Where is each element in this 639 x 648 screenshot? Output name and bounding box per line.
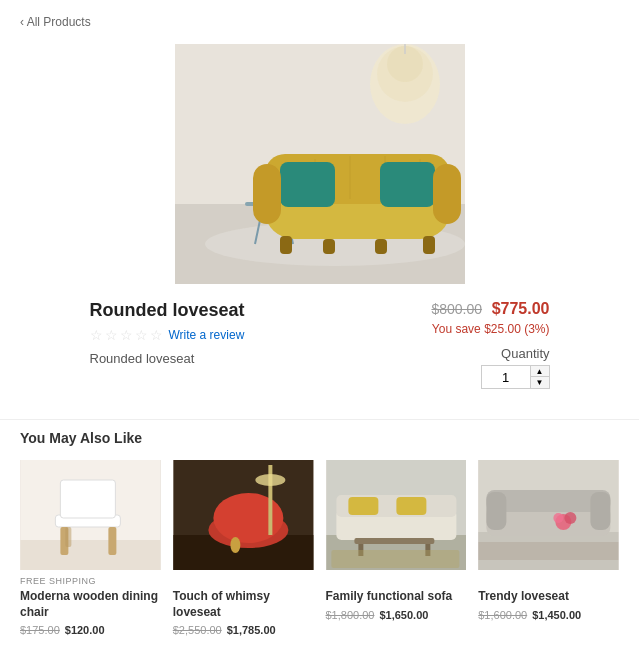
- free-shipping-badge-1: FREE SHIPPING: [20, 576, 161, 586]
- card-image-2: [173, 460, 314, 570]
- card-price-original-1: $175.00: [20, 624, 60, 636]
- card-title-2: Touch of whimsy loveseat: [173, 589, 314, 620]
- svg-rect-20: [380, 162, 435, 207]
- card-price-sale-4: $1,450.00: [532, 609, 581, 621]
- also-like-grid: FREE SHIPPING Moderna wooden dining chai…: [20, 460, 619, 636]
- star-3: ☆: [120, 327, 133, 343]
- quantity-up-button[interactable]: ▲: [531, 366, 549, 377]
- svg-rect-25: [375, 239, 387, 254]
- quantity-input[interactable]: [481, 365, 531, 389]
- star-1: ☆: [90, 327, 103, 343]
- svg-rect-23: [280, 236, 292, 254]
- card-price-row-3: $1,800.00 $1,650.00: [326, 609, 467, 621]
- svg-rect-33: [65, 527, 71, 547]
- star-2: ☆: [105, 327, 118, 343]
- card-price-sale-1: $120.00: [65, 624, 105, 636]
- quantity-spinner: ▲ ▼: [531, 365, 550, 389]
- quantity-label: Quantity: [390, 346, 550, 361]
- product-right: $800.00 $775.00 You save $25.00 (3%) Qua…: [390, 300, 550, 389]
- card-image-3: [326, 460, 467, 570]
- card-price-original-2: $2,550.00: [173, 624, 222, 636]
- svg-rect-19: [280, 162, 335, 207]
- svg-rect-56: [591, 492, 611, 530]
- svg-rect-22: [433, 164, 461, 224]
- breadcrumb-label: All Products: [27, 15, 91, 29]
- svg-rect-21: [253, 164, 281, 224]
- price-original: $800.00: [431, 301, 482, 317]
- card-price-row-2: $2,550.00 $1,785.00: [173, 624, 314, 636]
- card-price-row-4: $1,600.00 $1,450.00: [478, 609, 619, 621]
- svg-rect-32: [108, 527, 116, 555]
- svg-rect-28: [20, 540, 160, 570]
- svg-point-59: [554, 513, 564, 523]
- product-card-2[interactable]: — Touch of whimsy loveseat $2,550.00 $1,…: [173, 460, 314, 636]
- price-row: $800.00 $775.00: [390, 300, 550, 318]
- product-card-4[interactable]: — Trendy loveseat $1,600.00 $1,450.00: [478, 460, 619, 636]
- star-5: ☆: [150, 327, 163, 343]
- svg-rect-45: [348, 497, 378, 515]
- also-like-section: You May Also Like FREE SHIPPING: [0, 419, 639, 648]
- svg-point-37: [213, 493, 283, 543]
- card-title-4: Trendy loveseat: [478, 589, 619, 605]
- all-products-link[interactable]: ‹ All Products: [20, 15, 91, 29]
- savings-text: You save $25.00 (3%): [390, 322, 550, 336]
- svg-rect-60: [479, 542, 619, 560]
- stars-row: ☆ ☆ ☆ ☆ ☆ Write a review: [90, 327, 390, 343]
- product-card-1[interactable]: FREE SHIPPING Moderna wooden dining chai…: [20, 460, 161, 636]
- product-card-3[interactable]: — Family functional sofa $1,800.00 $1,65…: [326, 460, 467, 636]
- svg-rect-46: [396, 497, 426, 515]
- card-price-original-3: $1,800.00: [326, 609, 375, 621]
- product-image-container: [175, 44, 465, 284]
- svg-rect-55: [487, 492, 507, 530]
- svg-point-40: [230, 537, 240, 553]
- product-section: Rounded loveseat ☆ ☆ ☆ ☆ ☆ Write a revie…: [0, 44, 639, 419]
- svg-rect-26: [423, 236, 435, 254]
- quantity-control: ▲ ▼: [390, 365, 550, 389]
- product-details-row: Rounded loveseat ☆ ☆ ☆ ☆ ☆ Write a revie…: [90, 300, 550, 389]
- card-image-4: [478, 460, 619, 570]
- card-title-1: Moderna wooden dining chair: [20, 589, 161, 620]
- chevron-left-icon: ‹: [20, 15, 24, 29]
- card-price-sale-3: $1,650.00: [379, 609, 428, 621]
- product-left: Rounded loveseat ☆ ☆ ☆ ☆ ☆ Write a revie…: [90, 300, 390, 366]
- product-image: [175, 44, 465, 284]
- card-price-row-1: $175.00 $120.00: [20, 624, 161, 636]
- quantity-down-button[interactable]: ▼: [531, 377, 549, 388]
- svg-rect-47: [354, 538, 434, 544]
- card-price-original-4: $1,600.00: [478, 609, 527, 621]
- svg-point-58: [565, 512, 577, 524]
- write-review-link[interactable]: Write a review: [169, 328, 245, 342]
- breadcrumb: ‹ All Products: [0, 0, 639, 44]
- card-price-sale-2: $1,785.00: [227, 624, 276, 636]
- price-sale: $775.00: [492, 300, 550, 317]
- svg-rect-24: [323, 239, 335, 254]
- star-4: ☆: [135, 327, 148, 343]
- card-title-3: Family functional sofa: [326, 589, 467, 605]
- svg-rect-30: [60, 480, 115, 518]
- product-title: Rounded loveseat: [90, 300, 390, 321]
- svg-point-39: [255, 474, 285, 486]
- card-image-1: [20, 460, 161, 570]
- product-description: Rounded loveseat: [90, 351, 390, 366]
- svg-rect-50: [331, 550, 459, 568]
- also-like-title: You May Also Like: [20, 430, 619, 446]
